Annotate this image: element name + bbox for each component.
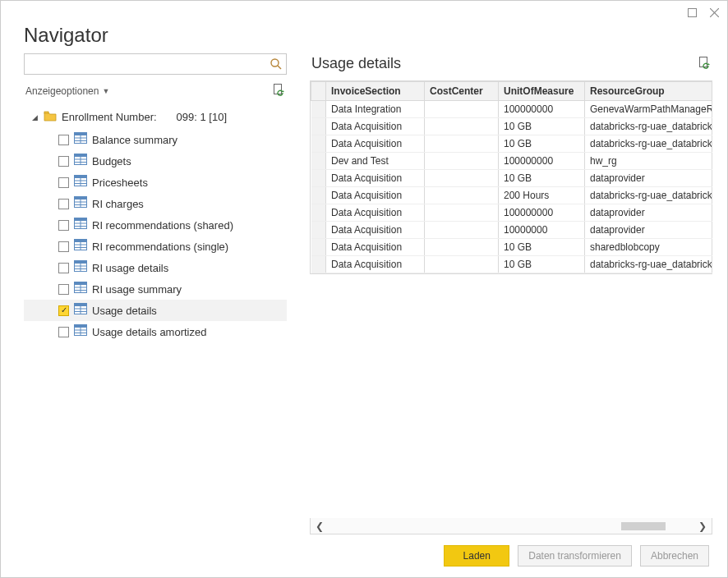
table-cell[interactable] — [425, 239, 499, 256]
checkbox[interactable] — [58, 156, 69, 167]
checkbox[interactable]: ✓ — [58, 305, 69, 316]
table-row[interactable]: Data Acquisition10 GBdatabricks-rg-uae_d… — [311, 118, 712, 135]
table-row[interactable]: Data Acquisition200 Hoursdatabricks-rg-u… — [311, 187, 712, 204]
table-cell[interactable] — [425, 170, 499, 187]
tree-item[interactable]: Balance summary — [24, 129, 287, 150]
table-cell[interactable]: Data Integration — [326, 101, 425, 118]
scroll-right-icon[interactable]: ❯ — [698, 521, 707, 532]
table-cell[interactable]: 10 GB — [499, 170, 585, 187]
table-cell[interactable]: GenevaWarmPathManageRG — [585, 101, 712, 118]
tree-item[interactable]: RI recommendations (single) — [24, 236, 287, 257]
table-cell[interactable]: Data Acquisition — [326, 135, 425, 153]
tree-item[interactable]: Pricesheets — [24, 172, 287, 193]
display-options-dropdown[interactable]: Anzeigeoptionen ▼ — [25, 85, 109, 97]
table-cell[interactable] — [425, 187, 499, 204]
table-cell[interactable]: 10 GB — [499, 256, 585, 273]
table-cell[interactable]: databricks-rg-uae_databricks- — [585, 135, 712, 153]
column-header[interactable]: CostCenter — [425, 82, 499, 101]
table-cell[interactable] — [425, 135, 499, 153]
table-cell[interactable]: dataprovider — [585, 204, 712, 222]
table-cell[interactable]: Data Acquisition — [326, 222, 425, 239]
column-header[interactable]: InvoiceSection — [326, 82, 425, 101]
table-cell[interactable]: Data Acquisition — [326, 204, 425, 222]
close-icon[interactable] — [710, 8, 719, 17]
checkbox[interactable] — [58, 177, 69, 188]
horizontal-scrollbar[interactable]: ❮ ❯ — [310, 518, 712, 534]
table-row[interactable]: Data Integration100000000GenevaWarmPathM… — [311, 101, 712, 118]
transform-button[interactable]: Daten transformieren — [518, 545, 632, 567]
preview-table[interactable]: InvoiceSectionCostCenterUnitOfMeasureRes… — [311, 81, 712, 273]
table-cell[interactable]: dataprovider — [585, 222, 712, 239]
refresh-icon[interactable] — [272, 83, 285, 99]
table-row[interactable]: Data Acquisition100000000dataprovider — [311, 204, 712, 222]
navigator-right-pane: Usage details InvoiceSectionCostCenterUn… — [287, 53, 712, 534]
table-cell[interactable]: sharedblobcopy — [585, 239, 712, 256]
tree-item[interactable]: RI charges — [24, 193, 287, 214]
load-button[interactable]: Laden — [444, 545, 509, 567]
table-row[interactable]: Data Acquisition10 GBdataprovider — [311, 170, 712, 187]
titlebar — [1, 1, 727, 24]
tree-item[interactable]: ✓Usage details — [24, 300, 287, 321]
tree-item[interactable]: RI recommendations (shared) — [24, 214, 287, 236]
table-cell[interactable]: databricks-rg-uae_databricks- — [585, 118, 712, 135]
tree-item[interactable]: Usage details amortized — [24, 321, 287, 342]
table-cell[interactable] — [425, 256, 499, 273]
checkbox[interactable] — [58, 199, 69, 209]
maximize-icon[interactable] — [688, 8, 697, 17]
scroll-left-icon[interactable]: ❮ — [316, 521, 324, 532]
table-icon — [74, 324, 87, 339]
checkbox[interactable] — [58, 284, 69, 295]
table-cell[interactable]: Dev and Test — [326, 153, 425, 170]
table-row[interactable]: Data Acquisition10 GBsharedblobcopy — [311, 239, 712, 256]
table-cell[interactable]: 100000000 — [499, 153, 585, 170]
cancel-button[interactable]: Abbrechen — [640, 545, 709, 567]
scroll-track[interactable] — [329, 522, 693, 530]
column-header[interactable]: UnitOfMeasure — [499, 82, 585, 101]
tree-item[interactable]: Budgets — [24, 150, 287, 172]
search-input[interactable] — [28, 57, 270, 71]
table-row[interactable]: Data Acquisition10 GBdatabricks-rg-uae_d… — [311, 256, 712, 273]
page-title: Navigator — [1, 24, 727, 53]
tree-item[interactable]: RI usage summary — [24, 278, 287, 300]
tree-item-label: RI recommendations (single) — [92, 240, 228, 254]
table-row[interactable]: Data Acquisition10 GBdatabricks-rg-uae_d… — [311, 135, 712, 153]
table-cell[interactable] — [425, 101, 499, 118]
table-row[interactable]: Dev and Test100000000hw_rg — [311, 153, 712, 170]
table-cell[interactable] — [425, 204, 499, 222]
table-cell[interactable]: databricks-rg-uae_databricks- — [585, 187, 712, 204]
table-cell[interactable]: 200 Hours — [499, 187, 585, 204]
table-cell[interactable]: Data Acquisition — [326, 256, 425, 273]
table-row[interactable]: Data Acquisition10000000dataprovider — [311, 222, 712, 239]
tree-item[interactable]: RI usage details — [24, 257, 287, 278]
table-cell[interactable]: dataprovider — [585, 170, 712, 187]
expand-icon[interactable]: ◢ — [30, 113, 39, 122]
table-icon — [74, 282, 87, 296]
search-icon[interactable] — [270, 57, 283, 71]
column-header[interactable]: ResourceGroup — [585, 82, 712, 101]
preview-refresh-icon[interactable] — [698, 56, 711, 72]
table-cell[interactable]: 10 GB — [499, 239, 585, 256]
table-cell[interactable]: hw_rg — [585, 153, 712, 170]
table-cell[interactable]: databricks-rg-uae_databricks- — [585, 256, 712, 273]
table-cell[interactable]: 10000000 — [499, 222, 585, 239]
scroll-thumb[interactable] — [621, 522, 666, 530]
checkbox[interactable] — [58, 220, 69, 231]
table-cell[interactable] — [425, 153, 499, 170]
table-cell[interactable]: Data Acquisition — [326, 187, 425, 204]
table-cell[interactable]: 100000000 — [499, 204, 585, 222]
checkbox[interactable] — [58, 241, 69, 252]
table-cell[interactable] — [425, 222, 499, 239]
tree-root[interactable]: ◢ Enrollment Number: 099: 1 [10] — [24, 107, 287, 127]
display-options-label: Anzeigeoptionen — [25, 85, 99, 97]
table-cell[interactable]: Data Acquisition — [326, 170, 425, 187]
checkbox[interactable] — [58, 327, 69, 337]
table-cell[interactable] — [425, 118, 499, 135]
checkbox[interactable] — [58, 135, 69, 145]
table-cell[interactable]: Data Acquisition — [326, 239, 425, 256]
checkbox[interactable] — [58, 263, 69, 273]
table-cell[interactable]: Data Acquisition — [326, 118, 425, 135]
table-cell[interactable]: 100000000 — [499, 101, 585, 118]
search-input-wrapper[interactable] — [24, 53, 287, 75]
table-cell[interactable]: 10 GB — [499, 118, 585, 135]
table-cell[interactable]: 10 GB — [499, 135, 585, 153]
